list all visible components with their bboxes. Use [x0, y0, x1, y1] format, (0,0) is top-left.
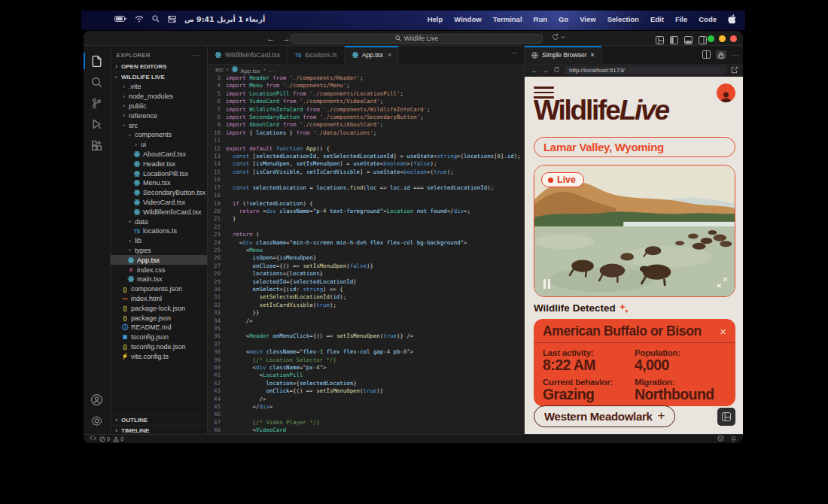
code-editor[interactable]: 3import Header from './components/Header… [208, 74, 524, 436]
tree-item[interactable]: {}package.json [111, 313, 207, 323]
code-line[interactable]: 6import VideoCard from './components/Vid… [208, 98, 524, 105]
wifi-icon[interactable] [135, 16, 144, 23]
title-bar[interactable]: ← → Wildlife Live [84, 31, 743, 46]
code-line[interactable]: 40 <div className="px-4"> [208, 364, 524, 372]
tree-item[interactable]: TSlocations.ts [111, 226, 207, 236]
code-line[interactable]: 25 <Menu [208, 247, 524, 254]
tree-item[interactable]: {}components.json [111, 284, 207, 294]
history-back-button[interactable]: ← [266, 34, 275, 43]
code-line[interactable]: 15 const [isCardVisible, setIsCardVisibl… [208, 169, 524, 176]
menubar-item-run[interactable]: Run [534, 15, 547, 23]
code-line[interactable]: 29 selectedId={selectedLocationId} [208, 278, 524, 286]
code-line[interactable]: 45 </div> [208, 403, 524, 411]
code-line[interactable]: 11 [208, 137, 524, 144]
split-editor-icon[interactable] [702, 48, 711, 62]
apple-logo-icon[interactable] [728, 14, 736, 24]
tree-item[interactable]: ›.vite [111, 82, 207, 92]
search-sidebar-icon[interactable] [84, 71, 111, 93]
open-external-icon[interactable] [731, 66, 738, 75]
code-line[interactable]: 22 [208, 223, 524, 231]
code-line[interactable]: 31 setSelectedLocationId(id); [208, 293, 524, 301]
code-line[interactable]: 39 {/* Location Selector */} [208, 357, 524, 364]
editor-tab-locations.ts[interactable]: TSlocations.ts [288, 46, 345, 64]
explorer-icon[interactable] [84, 50, 111, 71]
editor-more-actions[interactable]: ··· [511, 46, 524, 64]
code-line[interactable]: 26 isOpen={isMenuOpen} [208, 254, 524, 262]
code-line[interactable]: 38 <main className="flex-1 flex flex-col… [208, 348, 524, 356]
code-line[interactable]: 10import { locations } from './data/loca… [208, 129, 524, 137]
code-line[interactable]: 5import LocationPill from './components/… [208, 90, 524, 98]
code-line[interactable]: 14 const [isMenuOpen, setIsMenuOpen] = u… [208, 160, 524, 168]
history-forward-button[interactable]: → [282, 34, 291, 43]
video-card[interactable]: Live [534, 165, 735, 297]
fullscreen-expand-icon[interactable] [717, 277, 727, 290]
tree-item[interactable]: ›src [111, 120, 207, 130]
tree-item[interactable]: VideoCard.tsx [111, 198, 207, 208]
lock-icon[interactable] [716, 50, 726, 59]
notifications-bell-icon[interactable] [730, 435, 737, 443]
control-center-icon[interactable] [168, 16, 176, 23]
code-line[interactable]: 4import Menu from './components/Menu'; [208, 82, 524, 90]
tree-item[interactable]: ›lib [111, 236, 207, 246]
tree-item[interactable]: ›components [111, 130, 207, 140]
tree-item[interactable]: {}tsconfig.node.json [111, 342, 207, 352]
feedback-smiley-icon[interactable] [717, 435, 724, 443]
tree-item[interactable]: WildlifeInfoCard.tsx [111, 207, 207, 217]
open-editors-section[interactable]: ›OPEN EDITORS [111, 61, 207, 71]
menubar-item-selection[interactable]: Selection [607, 15, 639, 23]
tree-item[interactable]: AboutCard.tsx [111, 150, 207, 159]
run-debug-icon[interactable] [84, 114, 111, 135]
code-line[interactable]: 24 <div className="min-h-screen min-h-dv… [208, 239, 524, 247]
secondary-species-pill[interactable]: Western Meadowlark + [534, 405, 675, 427]
tree-item[interactable]: <>index.html [111, 294, 207, 304]
browser-back-button[interactable]: ← [531, 67, 537, 74]
code-line[interactable]: 18 [208, 192, 524, 199]
tree-item[interactable]: LocationPill.tsx [111, 169, 207, 178]
tree-item[interactable]: ›reference [111, 111, 207, 120]
tree-item[interactable]: App.tsx [111, 255, 207, 265]
problems-errors[interactable]: 0 [99, 436, 110, 442]
code-line[interactable]: 37 [208, 341, 524, 348]
browser-reload-icon[interactable] [553, 66, 560, 74]
code-line[interactable]: 30 onSelect={(id: string) => { [208, 286, 524, 293]
explorer-more-actions[interactable]: ··· [193, 51, 202, 59]
menubar-clock[interactable]: أربعاء 1 أبريل 9:41 ص [184, 15, 265, 23]
remote-indicator-icon[interactable] [90, 435, 96, 443]
browser-forward-button[interactable]: → [542, 67, 549, 74]
code-line[interactable]: 33 }} [208, 309, 524, 317]
breadcrumb-item[interactable]: ... [268, 66, 273, 73]
outline-section[interactable]: ›OUTLINE [111, 414, 207, 425]
menubar-item-go[interactable]: Go [559, 15, 568, 23]
code-line[interactable]: 41 <LocationPill [208, 372, 524, 379]
code-line[interactable]: 17 const selectedLocation = locations.fi… [208, 184, 524, 192]
tab-close-icon[interactable]: × [388, 51, 391, 59]
code-line[interactable]: 27 onClose={() => setIsMenuOpen(false)} [208, 263, 524, 270]
window-minimize-button[interactable] [719, 35, 726, 42]
code-line[interactable]: 46 [208, 411, 524, 418]
tab-simple-browser[interactable]: Simple Browser × [525, 46, 602, 64]
tree-item[interactable]: ›types [111, 246, 207, 256]
code-line[interactable]: 8import SecondaryButton from './componen… [208, 114, 524, 121]
tree-item[interactable]: main.tsx [111, 275, 207, 284]
tree-item[interactable]: ›ui [111, 140, 207, 150]
extensions-icon[interactable] [84, 135, 111, 156]
command-center-search[interactable]: Wildlife Live [291, 34, 543, 44]
menubar-item-code[interactable]: Code [699, 15, 717, 23]
tree-item[interactable]: ›public [111, 102, 207, 111]
pause-button-icon[interactable] [543, 279, 550, 289]
menubar-item-window[interactable]: Window [454, 15, 481, 23]
code-line[interactable]: 21 } [208, 215, 524, 223]
code-line[interactable]: 47 {/* Video Player */} [208, 419, 524, 427]
code-line[interactable]: 34 /> [208, 317, 524, 325]
tree-item[interactable]: SecondaryButton.tsx [111, 188, 207, 198]
tree-item[interactable]: ›data [111, 217, 207, 226]
tree-item[interactable]: ▣tsconfig.json [111, 332, 207, 342]
account-icon[interactable] [84, 389, 111, 410]
editor-tab-wildlifeinfocard.tsx[interactable]: WildlifeInfoCard.tsx [208, 46, 288, 64]
url-input[interactable]: http://localhost:5173/ [565, 66, 726, 74]
breadcrumb-item[interactable]: src [215, 66, 224, 73]
tree-item[interactable]: ⓘREADME.md [111, 323, 207, 332]
tree-item[interactable]: #index.css [111, 265, 207, 275]
code-line[interactable]: 9import AboutCard from './components/Abo… [208, 121, 524, 129]
sync-refresh-button[interactable] [552, 33, 565, 41]
